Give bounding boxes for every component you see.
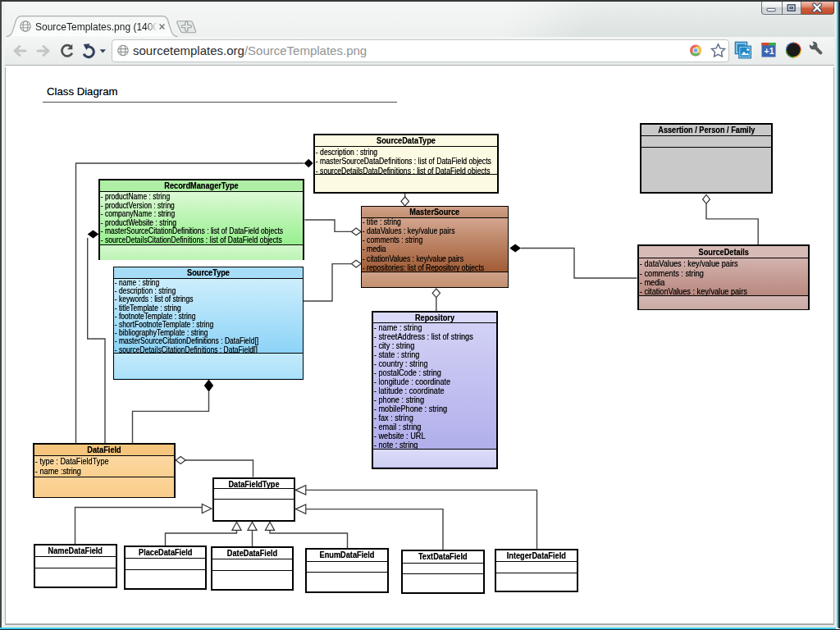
svg-text:+1: +1 xyxy=(765,46,774,56)
